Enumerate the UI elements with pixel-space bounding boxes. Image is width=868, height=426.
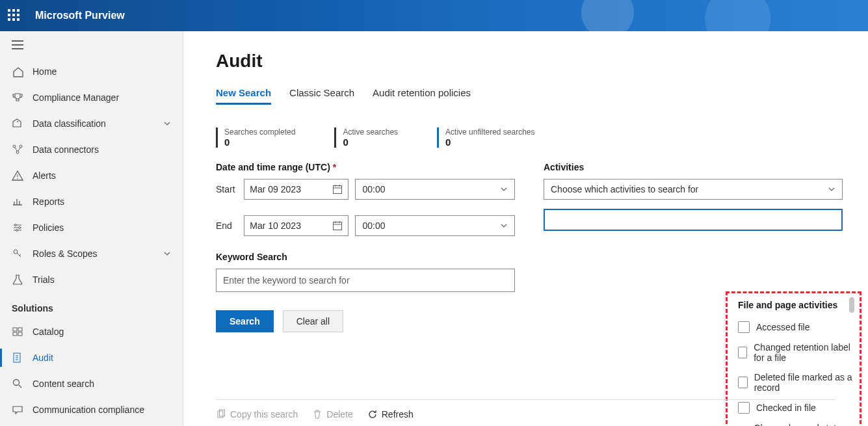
nav-item-alerts[interactable]: Alerts — [0, 163, 183, 189]
svg-rect-14 — [18, 328, 22, 331]
svg-rect-16 — [18, 332, 22, 336]
svg-rect-13 — [13, 328, 17, 331]
connector-icon — [12, 144, 23, 155]
stat-active-searches: Active searches0 — [334, 127, 398, 148]
stats-row: Searches completed0Active searches0Activ… — [216, 127, 835, 148]
sidebar-item-audit[interactable]: Audit — [0, 345, 183, 371]
tab-audit-retention-policies[interactable]: Audit retention policies — [373, 83, 471, 105]
comm-icon — [12, 404, 23, 416]
nav-item-trials[interactable]: Trials — [0, 267, 183, 293]
checkbox-icon — [738, 347, 747, 358]
nav-item-data-classification[interactable]: Data classification — [0, 111, 183, 137]
trophy-icon — [12, 92, 23, 103]
svg-rect-15 — [13, 332, 17, 336]
end-date-input[interactable]: Mar 10 2023 — [244, 215, 349, 236]
activity-option[interactable]: Deleted file marked as a record — [738, 367, 854, 397]
svg-point-6 — [16, 151, 19, 153]
chevron-down-icon — [163, 120, 171, 127]
sliders-icon — [12, 222, 23, 233]
calendar-icon — [332, 220, 343, 231]
key-icon — [12, 248, 23, 260]
svg-point-21 — [14, 380, 20, 386]
alert-icon — [12, 170, 23, 181]
sidebar-item-catalog[interactable]: Catalog — [0, 319, 183, 345]
start-time-input[interactable]: 00:00 — [355, 179, 515, 200]
page-title: Audit — [216, 51, 835, 72]
svg-rect-27 — [334, 222, 342, 230]
nav-item-home[interactable]: Home — [0, 59, 183, 85]
activity-option[interactable]: Changed retention label for a file — [738, 338, 854, 367]
activities-label: Activities — [544, 162, 843, 172]
search-icon — [12, 378, 23, 390]
checkbox-icon — [738, 321, 750, 333]
chevron-down-icon — [500, 185, 508, 193]
svg-point-11 — [16, 230, 18, 232]
nav-item-data-connectors[interactable]: Data connectors — [0, 137, 183, 163]
brand-title: Microsoft Purview — [35, 10, 125, 21]
stat-searches-completed: Searches completed0 — [216, 127, 295, 148]
start-label: Start — [216, 184, 237, 194]
tab-bar: New SearchClassic SearchAudit retention … — [216, 83, 835, 105]
chevron-down-icon — [828, 185, 835, 193]
end-label: End — [216, 220, 237, 231]
search-button[interactable]: Search — [216, 310, 274, 332]
activities-select[interactable]: Choose which activities to search for — [544, 179, 843, 200]
tab-new-search[interactable]: New Search — [216, 83, 271, 105]
refresh-button[interactable]: Refresh — [367, 409, 414, 419]
solutions-header: Solutions — [0, 293, 183, 319]
vertical-scrollbar[interactable] — [848, 297, 854, 426]
nav-item-reports[interactable]: Reports — [0, 189, 183, 215]
sidebar: HomeCompliance ManagerData classificatio… — [0, 31, 183, 426]
nav-item-roles-scopes[interactable]: Roles & Scopes — [0, 241, 183, 267]
footer-actions: Copy this search Delete Refresh — [216, 399, 835, 419]
svg-point-10 — [19, 227, 21, 229]
tab-classic-search[interactable]: Classic Search — [289, 83, 354, 105]
delete-button[interactable]: Delete — [312, 409, 352, 419]
svg-line-22 — [19, 385, 21, 388]
main-content: Audit New SearchClassic SearchAudit rete… — [183, 31, 868, 426]
copy-search-button[interactable]: Copy this search — [216, 409, 298, 419]
start-date-input[interactable]: Mar 09 2023 — [244, 179, 349, 200]
end-time-input[interactable]: 00:00 — [355, 215, 515, 236]
chevron-down-icon — [500, 222, 508, 230]
activities-group-title: File and page activities — [738, 300, 854, 310]
tag-icon — [12, 118, 23, 129]
svg-point-9 — [15, 224, 17, 226]
catalog-icon — [12, 326, 23, 338]
sidebar-item-communication-compliance[interactable]: Communication compliance — [0, 397, 183, 423]
nav-item-policies[interactable]: Policies — [0, 215, 183, 241]
chevron-down-icon — [163, 250, 171, 258]
daterange-label: Date and time range (UTC) * — [216, 162, 515, 172]
stat-active-unfiltered-searches: Active unfiltered searches0 — [437, 127, 534, 148]
checkbox-icon — [738, 377, 748, 388]
keyword-label: Keyword Search — [216, 252, 515, 262]
activity-option[interactable]: Accessed file — [738, 317, 854, 338]
beaker-icon — [12, 274, 23, 286]
activities-search-input[interactable] — [544, 209, 843, 231]
svg-point-8 — [17, 178, 18, 180]
trash-icon — [312, 409, 322, 419]
refresh-icon — [367, 409, 378, 419]
keyword-input[interactable] — [216, 269, 515, 292]
home-icon — [12, 66, 23, 77]
sidebar-item-content-search[interactable]: Content search — [0, 371, 183, 397]
copy-icon — [216, 409, 226, 419]
nav-toggle-icon[interactable] — [0, 31, 183, 59]
calendar-icon — [332, 184, 343, 194]
audit-icon — [12, 352, 23, 364]
clear-all-button[interactable]: Clear all — [283, 310, 343, 332]
svg-rect-23 — [334, 186, 342, 194]
top-banner: Microsoft Purview — [0, 0, 868, 31]
chart-icon — [12, 196, 23, 207]
svg-point-3 — [17, 121, 18, 122]
nav-item-compliance-manager[interactable]: Compliance Manager — [0, 85, 183, 111]
svg-point-5 — [20, 145, 22, 148]
app-launcher-icon[interactable] — [8, 9, 21, 22]
svg-point-4 — [13, 145, 16, 148]
